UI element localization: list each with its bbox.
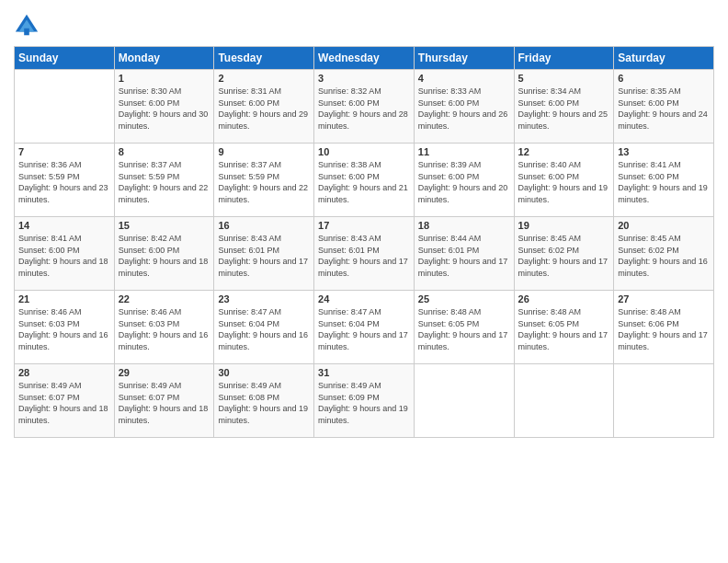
day-number: 19 bbox=[518, 220, 610, 231]
day-info: Sunrise: 8:40 AMSunset: 6:00 PMDaylight:… bbox=[518, 159, 610, 205]
calendar-cell bbox=[15, 70, 115, 144]
calendar-cell: 9Sunrise: 8:37 AMSunset: 5:59 PMDaylight… bbox=[214, 144, 314, 217]
day-info: Sunrise: 8:46 AMSunset: 6:03 PMDaylight:… bbox=[18, 306, 110, 352]
day-number: 15 bbox=[119, 220, 210, 231]
calendar-cell: 15Sunrise: 8:42 AMSunset: 6:00 PMDayligh… bbox=[114, 217, 214, 291]
day-number: 26 bbox=[518, 293, 610, 304]
calendar-cell: 26Sunrise: 8:48 AMSunset: 6:05 PMDayligh… bbox=[514, 291, 614, 364]
day-info: Sunrise: 8:47 AMSunset: 6:04 PMDaylight:… bbox=[218, 306, 310, 352]
calendar-cell: 2Sunrise: 8:31 AMSunset: 6:00 PMDaylight… bbox=[214, 70, 314, 144]
calendar-cell: 4Sunrise: 8:33 AMSunset: 6:00 PMDaylight… bbox=[414, 70, 514, 144]
day-info: Sunrise: 8:32 AMSunset: 6:00 PMDaylight:… bbox=[318, 86, 410, 132]
day-number: 9 bbox=[218, 146, 310, 157]
calendar-cell: 10Sunrise: 8:38 AMSunset: 6:00 PMDayligh… bbox=[314, 144, 415, 217]
day-number: 7 bbox=[18, 146, 110, 157]
day-number: 2 bbox=[218, 73, 310, 84]
day-info: Sunrise: 8:31 AMSunset: 6:00 PMDaylight:… bbox=[218, 86, 310, 132]
day-number: 4 bbox=[418, 73, 510, 84]
day-info: Sunrise: 8:47 AMSunset: 6:04 PMDaylight:… bbox=[318, 306, 410, 352]
calendar-cell: 18Sunrise: 8:44 AMSunset: 6:01 PMDayligh… bbox=[414, 217, 514, 291]
day-info: Sunrise: 8:41 AMSunset: 6:00 PMDaylight:… bbox=[618, 159, 710, 205]
logo-icon bbox=[14, 13, 40, 39]
week-row-3: 14Sunrise: 8:41 AMSunset: 6:00 PMDayligh… bbox=[15, 217, 714, 291]
calendar-cell: 27Sunrise: 8:48 AMSunset: 6:06 PMDayligh… bbox=[614, 291, 714, 364]
day-info: Sunrise: 8:48 AMSunset: 6:05 PMDaylight:… bbox=[418, 306, 510, 352]
calendar-cell: 8Sunrise: 8:37 AMSunset: 5:59 PMDaylight… bbox=[114, 144, 214, 217]
calendar-cell: 6Sunrise: 8:35 AMSunset: 6:00 PMDaylight… bbox=[614, 70, 714, 144]
day-info: Sunrise: 8:48 AMSunset: 6:06 PMDaylight:… bbox=[618, 306, 710, 352]
calendar-cell: 20Sunrise: 8:45 AMSunset: 6:02 PMDayligh… bbox=[614, 217, 714, 291]
day-info: Sunrise: 8:45 AMSunset: 6:02 PMDaylight:… bbox=[618, 233, 710, 279]
weekday-header-thursday: Thursday bbox=[414, 47, 514, 70]
day-number: 31 bbox=[318, 367, 410, 378]
calendar-cell bbox=[514, 364, 614, 438]
logo bbox=[14, 13, 41, 39]
calendar-page: SundayMondayTuesdayWednesdayThursdayFrid… bbox=[0, 0, 728, 563]
day-number: 23 bbox=[218, 293, 310, 304]
day-number: 28 bbox=[18, 367, 110, 378]
day-info: Sunrise: 8:39 AMSunset: 6:00 PMDaylight:… bbox=[418, 159, 510, 205]
calendar-cell: 16Sunrise: 8:43 AMSunset: 6:01 PMDayligh… bbox=[214, 217, 314, 291]
calendar-cell: 1Sunrise: 8:30 AMSunset: 6:00 PMDaylight… bbox=[114, 70, 214, 144]
day-info: Sunrise: 8:35 AMSunset: 6:00 PMDaylight:… bbox=[618, 86, 710, 132]
calendar-table: SundayMondayTuesdayWednesdayThursdayFrid… bbox=[14, 46, 714, 438]
day-number: 16 bbox=[218, 220, 310, 231]
day-number: 24 bbox=[318, 293, 410, 304]
day-info: Sunrise: 8:46 AMSunset: 6:03 PMDaylight:… bbox=[119, 306, 210, 352]
day-number: 3 bbox=[318, 73, 410, 84]
day-info: Sunrise: 8:49 AMSunset: 6:09 PMDaylight:… bbox=[318, 380, 410, 426]
weekday-header-saturday: Saturday bbox=[614, 47, 714, 70]
weekday-header-tuesday: Tuesday bbox=[214, 47, 314, 70]
week-row-4: 21Sunrise: 8:46 AMSunset: 6:03 PMDayligh… bbox=[15, 291, 714, 364]
weekday-header-row: SundayMondayTuesdayWednesdayThursdayFrid… bbox=[15, 47, 714, 70]
day-info: Sunrise: 8:41 AMSunset: 6:00 PMDaylight:… bbox=[18, 233, 110, 279]
day-number: 20 bbox=[618, 220, 710, 231]
calendar-cell: 12Sunrise: 8:40 AMSunset: 6:00 PMDayligh… bbox=[514, 144, 614, 217]
day-number: 12 bbox=[518, 146, 610, 157]
week-row-2: 7Sunrise: 8:36 AMSunset: 5:59 PMDaylight… bbox=[15, 144, 714, 217]
calendar-cell: 17Sunrise: 8:43 AMSunset: 6:01 PMDayligh… bbox=[314, 217, 415, 291]
day-info: Sunrise: 8:44 AMSunset: 6:01 PMDaylight:… bbox=[418, 233, 510, 279]
day-info: Sunrise: 8:49 AMSunset: 6:08 PMDaylight:… bbox=[218, 380, 310, 426]
day-number: 22 bbox=[119, 293, 210, 304]
day-number: 1 bbox=[119, 73, 210, 84]
week-row-5: 28Sunrise: 8:49 AMSunset: 6:07 PMDayligh… bbox=[15, 364, 714, 438]
calendar-cell: 21Sunrise: 8:46 AMSunset: 6:03 PMDayligh… bbox=[15, 291, 115, 364]
calendar-cell bbox=[614, 364, 714, 438]
calendar-cell: 30Sunrise: 8:49 AMSunset: 6:08 PMDayligh… bbox=[214, 364, 314, 438]
day-info: Sunrise: 8:42 AMSunset: 6:00 PMDaylight:… bbox=[119, 233, 210, 279]
weekday-header-wednesday: Wednesday bbox=[314, 47, 415, 70]
day-number: 25 bbox=[418, 293, 510, 304]
day-number: 11 bbox=[418, 146, 510, 157]
day-info: Sunrise: 8:33 AMSunset: 6:00 PMDaylight:… bbox=[418, 86, 510, 132]
day-number: 21 bbox=[18, 293, 110, 304]
day-number: 5 bbox=[518, 73, 610, 84]
calendar-cell: 7Sunrise: 8:36 AMSunset: 5:59 PMDaylight… bbox=[15, 144, 115, 217]
day-info: Sunrise: 8:48 AMSunset: 6:05 PMDaylight:… bbox=[518, 306, 610, 352]
day-number: 30 bbox=[218, 367, 310, 378]
day-info: Sunrise: 8:43 AMSunset: 6:01 PMDaylight:… bbox=[218, 233, 310, 279]
day-number: 10 bbox=[318, 146, 410, 157]
day-number: 14 bbox=[18, 220, 110, 231]
calendar-cell: 11Sunrise: 8:39 AMSunset: 6:00 PMDayligh… bbox=[414, 144, 514, 217]
calendar-cell: 13Sunrise: 8:41 AMSunset: 6:00 PMDayligh… bbox=[614, 144, 714, 217]
day-number: 27 bbox=[618, 293, 710, 304]
day-info: Sunrise: 8:30 AMSunset: 6:00 PMDaylight:… bbox=[119, 86, 210, 132]
day-info: Sunrise: 8:36 AMSunset: 5:59 PMDaylight:… bbox=[18, 159, 110, 205]
calendar-cell: 3Sunrise: 8:32 AMSunset: 6:00 PMDaylight… bbox=[314, 70, 415, 144]
svg-rect-2 bbox=[24, 29, 29, 35]
day-info: Sunrise: 8:37 AMSunset: 5:59 PMDaylight:… bbox=[119, 159, 210, 205]
calendar-cell: 14Sunrise: 8:41 AMSunset: 6:00 PMDayligh… bbox=[15, 217, 115, 291]
header bbox=[14, 9, 714, 39]
day-info: Sunrise: 8:49 AMSunset: 6:07 PMDaylight:… bbox=[18, 380, 110, 426]
calendar-cell bbox=[414, 364, 514, 438]
day-info: Sunrise: 8:45 AMSunset: 6:02 PMDaylight:… bbox=[518, 233, 610, 279]
week-row-1: 1Sunrise: 8:30 AMSunset: 6:00 PMDaylight… bbox=[15, 70, 714, 144]
weekday-header-monday: Monday bbox=[114, 47, 214, 70]
calendar-cell: 29Sunrise: 8:49 AMSunset: 6:07 PMDayligh… bbox=[114, 364, 214, 438]
calendar-cell: 24Sunrise: 8:47 AMSunset: 6:04 PMDayligh… bbox=[314, 291, 415, 364]
day-info: Sunrise: 8:49 AMSunset: 6:07 PMDaylight:… bbox=[119, 380, 210, 426]
calendar-cell: 31Sunrise: 8:49 AMSunset: 6:09 PMDayligh… bbox=[314, 364, 415, 438]
weekday-header-sunday: Sunday bbox=[15, 47, 115, 70]
calendar-cell: 23Sunrise: 8:47 AMSunset: 6:04 PMDayligh… bbox=[214, 291, 314, 364]
